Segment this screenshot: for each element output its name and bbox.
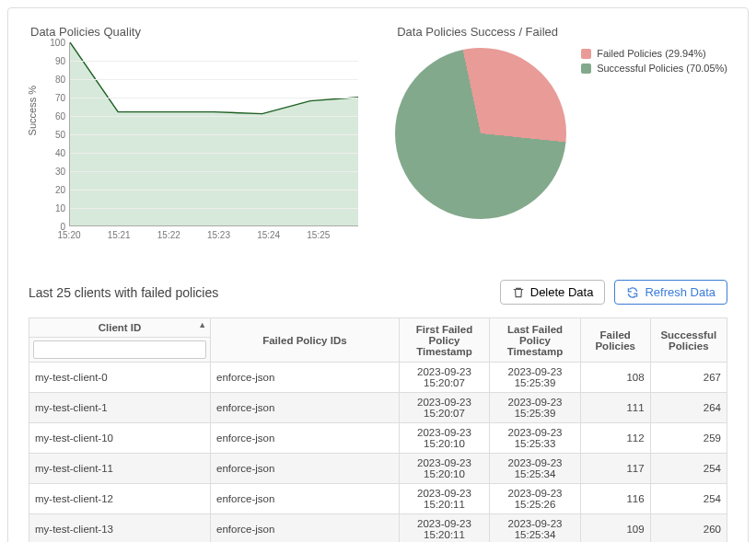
legend-swatch-failed <box>581 49 591 59</box>
cell-first-ts: 2023-09-23 15:20:11 <box>399 514 490 543</box>
cell-last-ts: 2023-09-23 15:25:39 <box>490 393 581 423</box>
x-tick: 15:24 <box>257 230 280 240</box>
table-header-row: Client ID ▲ Failed Policy IDs First Fail… <box>29 318 727 338</box>
charts-row: Data Policies Quality Success % 01020304… <box>29 25 727 254</box>
pie-legend: Failed Policies (29.94%) Successful Poli… <box>581 48 727 77</box>
cell-policy: enforce-json <box>211 484 400 514</box>
cell-success: 259 <box>650 423 727 454</box>
quality-chart-title: Data Policies Quality <box>30 25 358 39</box>
cell-last-ts: 2023-09-23 15:25:34 <box>490 454 581 484</box>
col-first-ts[interactable]: First Failed Policy Timestamp <box>399 318 490 363</box>
legend-label-failed: Failed Policies (29.94%) <box>597 48 706 59</box>
cell-policy: enforce-json <box>211 363 400 393</box>
cell-client: my-test-client-0 <box>29 363 211 393</box>
legend-success: Successful Policies (70.05%) <box>581 63 727 74</box>
legend-swatch-success <box>581 63 591 74</box>
trash-icon <box>512 286 525 299</box>
y-tick: 30 <box>55 167 65 177</box>
cell-failed: 112 <box>580 423 650 454</box>
cell-failed: 109 <box>580 514 650 543</box>
y-tick: 20 <box>55 185 65 195</box>
table-section-header: Last 25 clients with failed policies Del… <box>29 280 727 305</box>
cell-client: my-test-client-1 <box>29 393 211 423</box>
table-row[interactable]: my-test-client-10enforce-json2023-09-23 … <box>29 423 727 454</box>
y-tick: 10 <box>55 203 65 213</box>
cell-policy: enforce-json <box>211 514 400 543</box>
cell-policy: enforce-json <box>211 423 400 454</box>
cell-policy: enforce-json <box>211 454 400 484</box>
x-tick: 15:20 <box>57 230 80 240</box>
sort-asc-icon: ▲ <box>198 320 206 329</box>
pie-chart-title: Data Policies Success / Failed <box>397 25 727 39</box>
refresh-data-button[interactable]: Refresh Data <box>614 280 727 305</box>
cell-failed: 111 <box>580 393 650 423</box>
table-row[interactable]: my-test-client-11enforce-json2023-09-23 … <box>29 454 727 484</box>
cell-success: 267 <box>650 363 727 393</box>
cell-first-ts: 2023-09-23 15:20:10 <box>399 423 490 454</box>
cell-last-ts: 2023-09-23 15:25:39 <box>490 363 581 393</box>
x-tick: 15:25 <box>307 230 330 240</box>
client-id-filter-input[interactable] <box>33 340 206 359</box>
cell-failed: 116 <box>580 484 650 514</box>
delete-data-label: Delete Data <box>530 285 594 299</box>
pie-graphic <box>395 48 566 219</box>
table-row[interactable]: my-test-client-13enforce-json2023-09-23 … <box>29 514 727 543</box>
col-failed-policy-ids[interactable]: Failed Policy IDs <box>211 318 400 363</box>
cell-client: my-test-client-11 <box>29 454 211 484</box>
col-failed[interactable]: Failed Policies <box>580 318 650 363</box>
x-tick: 15:23 <box>207 230 230 240</box>
cell-first-ts: 2023-09-23 15:20:07 <box>399 393 490 423</box>
y-tick: 90 <box>55 56 65 66</box>
col-last-ts[interactable]: Last Failed Policy Timestamp <box>490 318 581 363</box>
success-failed-chart[interactable]: Data Policies Success / Failed Failed Po… <box>395 25 727 254</box>
col-success[interactable]: Successful Policies <box>650 318 727 363</box>
table-row[interactable]: my-test-client-1enforce-json2023-09-23 1… <box>29 393 727 423</box>
x-tick: 15:21 <box>108 230 131 240</box>
table-row[interactable]: my-test-client-12enforce-json2023-09-23 … <box>29 484 727 514</box>
legend-label-success: Successful Policies (70.05%) <box>597 63 727 74</box>
table-row[interactable]: my-test-client-0enforce-json2023-09-23 1… <box>29 363 727 393</box>
cell-client: my-test-client-12 <box>29 484 211 514</box>
cell-failed: 108 <box>580 363 650 393</box>
cell-client: my-test-client-10 <box>29 423 211 454</box>
cell-last-ts: 2023-09-23 15:25:34 <box>490 514 581 543</box>
cell-last-ts: 2023-09-23 15:25:26 <box>490 484 581 514</box>
x-tick: 15:22 <box>157 230 180 240</box>
refresh-data-label: Refresh Data <box>645 285 715 299</box>
cell-failed: 117 <box>580 454 650 484</box>
cell-success: 254 <box>650 454 727 484</box>
delete-data-button[interactable]: Delete Data <box>500 280 606 305</box>
cell-policy: enforce-json <box>211 393 400 423</box>
cell-last-ts: 2023-09-23 15:25:33 <box>490 423 581 454</box>
legend-failed: Failed Policies (29.94%) <box>581 48 727 59</box>
quality-chart-ylabel: Success % <box>27 86 38 135</box>
table-section-title: Last 25 clients with failed policies <box>29 285 218 300</box>
quality-chart[interactable]: Data Policies Quality Success % 01020304… <box>29 25 358 254</box>
cell-success: 264 <box>650 393 727 423</box>
cell-first-ts: 2023-09-23 15:20:11 <box>399 484 490 514</box>
col-client-id[interactable]: Client ID ▲ <box>29 318 211 338</box>
cell-first-ts: 2023-09-23 15:20:10 <box>399 454 490 484</box>
y-tick: 60 <box>55 111 65 121</box>
y-tick: 100 <box>50 38 65 48</box>
cell-success: 260 <box>650 514 727 543</box>
y-tick: 40 <box>55 148 65 158</box>
cell-client: my-test-client-13 <box>29 514 211 543</box>
refresh-icon <box>626 286 639 299</box>
y-tick: 80 <box>55 75 65 85</box>
cell-first-ts: 2023-09-23 15:20:07 <box>399 363 490 393</box>
cell-success: 254 <box>650 484 727 514</box>
y-tick: 50 <box>55 130 65 140</box>
y-tick: 70 <box>55 93 65 103</box>
failed-clients-table: Client ID ▲ Failed Policy IDs First Fail… <box>29 317 727 542</box>
dashboard-panel: Data Policies Quality Success % 01020304… <box>7 7 749 542</box>
